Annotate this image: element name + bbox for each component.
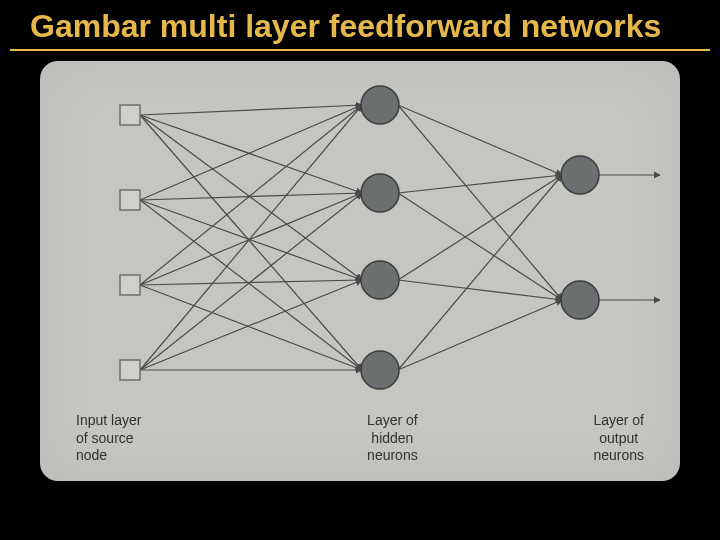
nodes-group [120,86,599,389]
edge [398,280,562,300]
edge [140,193,362,285]
caption-hidden: Layer ofhiddenneurons [367,412,418,465]
edge [398,105,562,300]
edge [140,105,362,370]
edge [398,193,562,300]
edge [140,115,362,370]
output-node-0 [561,156,599,194]
edge [140,285,362,370]
hidden-node-3 [361,351,399,389]
input-node-0 [120,105,140,125]
slide-title: Gambar multi layer feedforward networks [10,0,710,51]
caption-input: Input layerof sourcenode [76,412,141,465]
input-node-2 [120,275,140,295]
edge [398,105,562,175]
input-node-3 [120,360,140,380]
edge [398,175,562,370]
edge [398,300,562,370]
hidden-node-1 [361,174,399,212]
edge [140,115,362,280]
figure-wrap: Input layerof sourcenode Layer ofhiddenn… [0,57,720,540]
hidden-node-0 [361,86,399,124]
input-node-1 [120,190,140,210]
output-node-1 [561,281,599,319]
slide: Gambar multi layer feedforward networks … [0,0,720,540]
edges-group [140,105,660,370]
network-figure: Input layerof sourcenode Layer ofhiddenn… [40,61,680,481]
edge [140,193,362,200]
network-svg [60,75,660,405]
hidden-node-2 [361,261,399,299]
edge [140,105,362,115]
edge [140,193,362,370]
caption-output: Layer ofoutputneurons [593,412,644,465]
edge [140,200,362,280]
caption-row: Input layerof sourcenode Layer ofhiddenn… [40,412,680,465]
edge [140,280,362,370]
edge [140,105,362,285]
edge [140,200,362,370]
